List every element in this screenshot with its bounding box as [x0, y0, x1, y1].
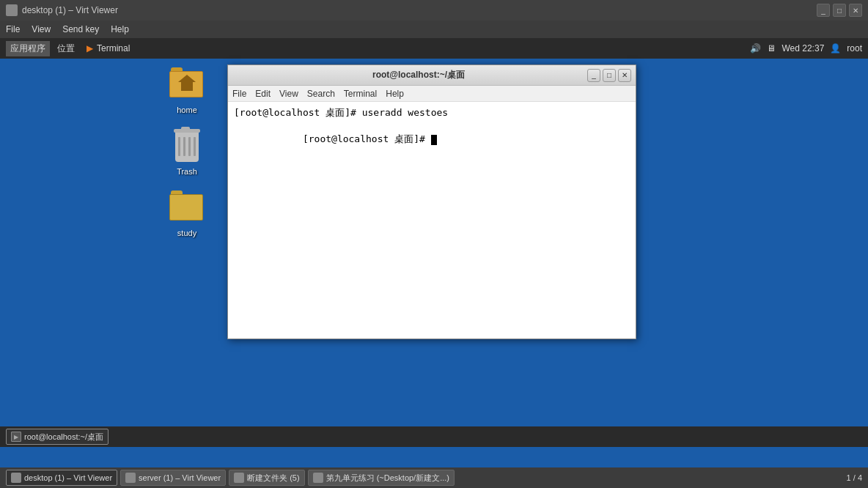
terminal-line-2: [root@localhost 桌面]#: [234, 119, 630, 160]
audio-icon: 🔊: [750, 43, 761, 53]
terminal-minimize-btn[interactable]: _: [587, 69, 600, 82]
term-menu-search[interactable]: Search: [307, 89, 335, 99]
terminal-cursor: [431, 135, 437, 145]
terminal-window-controls: _ □ ✕: [587, 69, 631, 82]
maximize-button[interactable]: □: [833, 4, 846, 17]
taskbar-left: desktop (1) – Virt Viewer server (1) – V…: [6, 470, 455, 486]
gnome-task-terminal-icon: ▶: [11, 432, 21, 442]
gnome-places-label: 位置: [57, 42, 75, 55]
term-menu-file[interactable]: File: [232, 89, 246, 99]
desktop-icons-area: home: [161, 67, 213, 237]
gnome-task-terminal-label: root@localhost:~/桌面: [24, 432, 103, 443]
virt-viewer-content: 应用程序 位置 ▶ Terminal 🔊 🖥 Wed 22:: [0, 38, 868, 467]
gnome-task-terminal[interactable]: ▶ root@localhost:~/桌面: [6, 429, 108, 445]
vv-menu-help[interactable]: Help: [111, 24, 129, 34]
gnome-panel-left: 应用程序 位置 ▶ Terminal: [6, 41, 134, 56]
taskbar-item-folder[interactable]: 断建文件夹 (5): [229, 470, 305, 486]
gnome-terminal-menu[interactable]: ▶ Terminal: [82, 42, 134, 55]
gnome-apps-label: 应用程序: [10, 42, 45, 55]
virt-viewer-titlebar: desktop (1) – Virt Viewer _ □ ✕: [0, 0, 868, 21]
study-folder-icon: [169, 191, 205, 226]
terminal-close-btn[interactable]: ✕: [618, 69, 631, 82]
terminal-body[interactable]: [root@localhost 桌面]# useradd westoes [ro…: [228, 102, 636, 339]
terminal-menubar: File Edit View Search Terminal Help: [228, 86, 636, 102]
virt-viewer-taskbar: desktop (1) – Virt Viewer server (1) – V…: [0, 467, 868, 488]
gnome-panel-right: 🔊 🖥 Wed 22:37 👤 root: [750, 43, 862, 53]
taskbar-right: 1 / 4: [847, 473, 862, 482]
virt-viewer-app-icon: [6, 4, 18, 16]
titlebar-controls: _ □ ✕: [817, 4, 862, 17]
minimize-button[interactable]: _: [817, 4, 830, 17]
term-menu-terminal[interactable]: Terminal: [344, 89, 377, 99]
taskbar-folder-icon: [234, 473, 244, 483]
virt-viewer-window: desktop (1) – Virt Viewer _ □ ✕ File Vie…: [0, 0, 868, 488]
gnome-taskbar: ▶ root@localhost:~/桌面: [0, 426, 868, 447]
virt-viewer-menubar: File View Send key Help: [0, 21, 868, 38]
vm-desktop: 应用程序 位置 ▶ Terminal 🔊 🖥 Wed 22:: [0, 38, 868, 467]
taskbar-study-icon: [313, 473, 323, 483]
terminal-titlebar: root@localhost:~/桌面 _ □ ✕: [228, 65, 636, 86]
virt-viewer-title: desktop (1) – Virt Viewer: [22, 5, 118, 15]
taskbar-item-desktop[interactable]: desktop (1) – Virt Viewer: [6, 470, 117, 486]
titlebar-left: desktop (1) – Virt Viewer: [6, 4, 118, 16]
gnome-terminal-label: Terminal: [97, 43, 130, 53]
gnome-top-panel: 应用程序 位置 ▶ Terminal 🔊 🖥 Wed 22:: [0, 38, 868, 59]
desktop-icon-home[interactable]: home: [161, 67, 213, 114]
terminal-prompt-2: [root@localhost 桌面]#: [303, 133, 431, 144]
gnome-apps-menu[interactable]: 应用程序: [6, 41, 50, 56]
home-folder-icon: [169, 67, 205, 103]
terminal-maximize-btn[interactable]: □: [603, 69, 616, 82]
page-indicator: 1 / 4: [847, 473, 862, 482]
taskbar-server-icon: [125, 473, 136, 483]
terminal-icon: ▶: [87, 43, 93, 53]
vv-menu-file[interactable]: File: [6, 24, 20, 34]
term-menu-view[interactable]: View: [279, 89, 298, 99]
desktop-icon-trash[interactable]: Trash: [161, 129, 213, 176]
terminal-title: root@localhost:~/桌面: [250, 69, 587, 81]
vv-menu-view[interactable]: View: [32, 24, 51, 34]
terminal-window: root@localhost:~/桌面 _ □ ✕ File Edit View…: [227, 64, 636, 339]
taskbar-desktop-label: desktop (1) – Virt Viewer: [24, 473, 112, 482]
close-button[interactable]: ✕: [849, 4, 862, 17]
vv-menu-sendkey[interactable]: Send key: [62, 24, 99, 34]
term-menu-help[interactable]: Help: [386, 89, 404, 99]
taskbar-item-server[interactable]: server (1) – Virt Viewer: [120, 470, 226, 486]
gnome-places-menu[interactable]: 位置: [53, 41, 79, 56]
home-icon-label: home: [177, 106, 197, 114]
trash-can-icon: [169, 129, 205, 164]
study-icon-label: study: [177, 229, 196, 237]
taskbar-study-label: 第九单元练习 (~Desktop/新建文...): [326, 473, 449, 484]
gnome-user: root: [847, 43, 862, 53]
taskbar-server-label: server (1) – Virt Viewer: [139, 473, 221, 482]
terminal-line-1: [root@localhost 桌面]# useradd westoes: [234, 106, 630, 119]
gnome-user-icon: 👤: [830, 43, 841, 53]
taskbar-folder-label: 断建文件夹 (5): [247, 473, 300, 484]
taskbar-item-study[interactable]: 第九单元练习 (~Desktop/新建文...): [308, 470, 455, 486]
trash-icon-label: Trash: [177, 167, 197, 176]
gnome-time: Wed 22:37: [781, 43, 824, 53]
network-icon: 🖥: [767, 43, 776, 53]
taskbar-desktop-icon: [11, 473, 21, 483]
term-menu-edit[interactable]: Edit: [255, 89, 271, 99]
desktop-icon-study[interactable]: study: [161, 191, 213, 237]
